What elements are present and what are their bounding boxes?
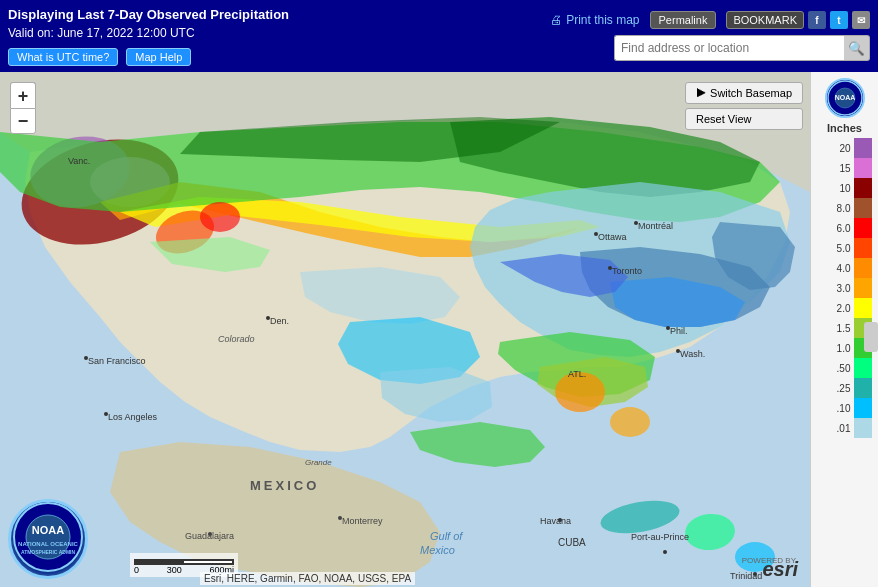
header: Displaying Last 7-Day Observed Precipita… [0,0,878,72]
map-svg: San Francisco Los Angeles Ottawa Montréa… [0,72,810,587]
header-buttons: What is UTC time? Map Help [8,48,289,66]
zoom-in-button[interactable]: + [10,82,36,108]
svg-text:Port-au-Prince: Port-au-Prince [631,532,689,542]
legend-value-label: 1.5 [815,323,851,334]
legend-value-label: .01 [815,423,851,434]
legend-color-swatch [854,158,872,178]
legend-value-label: 20 [815,143,851,154]
legend-row: 3.0 [815,278,875,298]
svg-text:NATIONAL OCEANIC: NATIONAL OCEANIC [18,541,78,547]
legend-value-label: 1.0 [815,343,851,354]
svg-point-32 [558,518,562,522]
map-title: Displaying Last 7-Day Observed Precipita… [8,7,289,22]
legend-value-label: .10 [815,403,851,414]
svg-point-22 [666,326,670,330]
legend-row: 8.0 [815,198,875,218]
zoom-out-button[interactable]: − [10,108,36,134]
svg-text:Grande: Grande [305,458,332,467]
noaa-logo: NOAA NATIONAL OCEANIC ATMOSPHERIC ADMIN [8,499,88,579]
twitter-icon[interactable]: t [830,11,848,29]
facebook-icon[interactable]: f [808,11,826,29]
legend-row: .25 [815,378,875,398]
legend-value-label: 3.0 [815,283,851,294]
header-right: 🖨 Print this map Permalink BOOKMARK f t … [550,11,870,61]
legend-row: 2.0 [815,298,875,318]
svg-text:Colorado: Colorado [218,334,255,344]
svg-text:Gulf of: Gulf of [430,530,463,542]
svg-point-16 [594,232,598,236]
svg-text:Los Angeles: Los Angeles [108,412,158,422]
scroll-indicator[interactable] [864,322,878,352]
legend-color-swatch [854,418,872,438]
svg-text:Montréal: Montréal [638,221,673,231]
svg-text:Toronto: Toronto [612,266,642,276]
svg-text:San Francisco: San Francisco [88,356,146,366]
legend-value-label: 4.0 [815,263,851,274]
reset-view-button[interactable]: Reset View [685,108,803,130]
zoom-controls: + − [10,82,36,134]
svg-text:Ottawa: Ottawa [598,232,627,242]
legend-row: 20 [815,138,875,158]
legend-color-swatch [854,358,872,378]
svg-point-36 [753,572,757,576]
legend-color-swatch [854,378,872,398]
svg-text:NOAA: NOAA [32,524,64,536]
legend-row: .01 [815,418,875,438]
search-input[interactable] [614,35,844,61]
svg-point-10 [200,202,240,232]
svg-point-5 [610,407,650,437]
switch-basemap-button[interactable]: ⯈ Switch Basemap [685,82,803,104]
email-icon[interactable]: ✉ [852,11,870,29]
legend-value-label: 2.0 [815,303,851,314]
search-icon: 🔍 [848,41,865,56]
map-valid-date: Valid on: June 17, 2022 12:00 UTC [8,26,289,40]
svg-text:MEXICO: MEXICO [250,478,319,493]
legend-bar: 2015108.06.05.04.03.02.01.51.0.50.25.10.… [815,138,875,438]
svg-text:Phil.: Phil. [670,326,688,336]
svg-text:NOAA: NOAA [834,94,855,101]
svg-text:Havana: Havana [540,516,571,526]
noaa-logo-text: NOAA NATIONAL OCEANIC ATMOSPHERIC ADMIN [13,502,83,576]
legend-row: .10 [815,398,875,418]
legend-row: 5.0 [815,238,875,258]
legend-value-label: .50 [815,363,851,374]
legend-color-swatch [854,258,872,278]
print-label: Print this map [566,13,639,27]
permalink-button[interactable]: Permalink [650,11,717,29]
bookmark-button[interactable]: BOOKMARK [726,11,804,29]
svg-point-12 [84,356,88,360]
svg-point-14 [104,412,108,416]
map-help-button[interactable]: Map Help [126,48,191,66]
scale-label-0: 0 [134,565,139,575]
search-row: 🔍 [614,35,870,61]
svg-point-18 [634,221,638,225]
map-container[interactable]: San Francisco Los Angeles Ottawa Montréa… [0,72,878,587]
scale-line [134,555,234,565]
legend-value-label: 5.0 [815,243,851,254]
header-left: Displaying Last 7-Day Observed Precipita… [8,7,289,66]
legend-color-swatch [854,218,872,238]
svg-point-24 [676,349,680,353]
svg-text:CUBA: CUBA [558,537,586,548]
utc-time-button[interactable]: What is UTC time? [8,48,118,66]
legend-value-label: 10 [815,183,851,194]
print-link[interactable]: 🖨 Print this map [550,13,639,27]
legend-color-swatch [854,398,872,418]
legend-value-label: 6.0 [815,223,851,234]
svg-point-20 [608,266,612,270]
scale-label-300: 300 [167,565,182,575]
legend-row: 4.0 [815,258,875,278]
esri-logo: esri [762,558,798,581]
legend-row: 6.0 [815,218,875,238]
legend-value-label: 8.0 [815,203,851,214]
svg-text:Monterrey: Monterrey [342,516,383,526]
svg-point-34 [663,550,667,554]
search-button[interactable]: 🔍 [844,35,870,61]
map-controls: ⯈ Switch Basemap Reset View [685,82,803,130]
svg-point-26 [338,516,342,520]
svg-text:Mexico: Mexico [420,544,455,556]
svg-text:ATL.: ATL. [568,369,586,379]
legend-color-swatch [854,198,872,218]
svg-point-47 [266,316,270,320]
svg-text:Den.: Den. [270,316,289,326]
